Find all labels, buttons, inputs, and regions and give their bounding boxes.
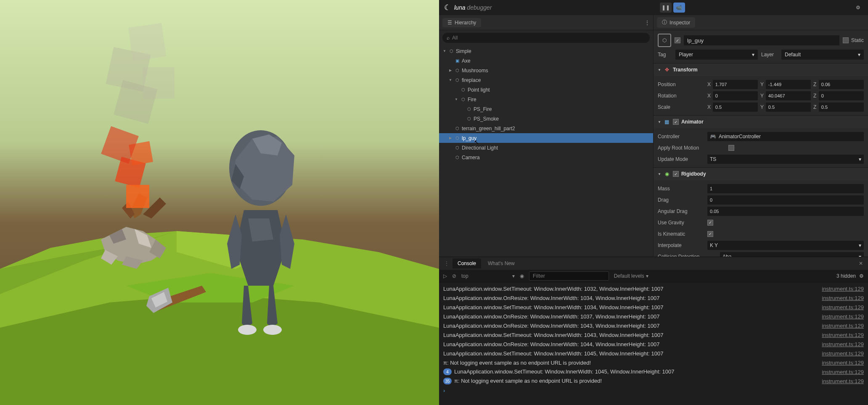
tab-console[interactable]: Console [453,258,481,268]
position-z-input[interactable] [819,80,864,89]
log-source-link[interactable]: instrument.ts:129 [822,295,864,301]
log-line: LunaApplication.window.OnResize: Window.… [443,293,864,302]
drag-input[interactable] [707,195,864,205]
position-x-input[interactable] [713,80,758,89]
layer-dropdown[interactable]: Default▾ [781,50,864,60]
search-input[interactable] [452,35,646,41]
mass-input[interactable] [707,184,864,193]
tree-item-camera[interactable]: ⬡Camera [439,153,653,162]
position-label: Position [658,82,704,87]
levels-dropdown[interactable]: Default levels ▾ [614,273,648,279]
hierarchy-title: Hierarchy [455,20,476,26]
app-name: luna [454,4,465,11]
console-gear-icon[interactable]: ⚙ [859,273,864,279]
tag-dropdown[interactable]: Player▾ [675,50,758,60]
log-source-link[interactable]: instrument.ts:129 [822,360,864,366]
camera-button[interactable]: 📹 [673,3,685,13]
eye-icon[interactable]: ◉ [520,273,524,279]
log-source-link[interactable]: instrument.ts:129 [822,304,864,310]
inspector-panel: ⓘ Inspector ⬡ ✓ Static Tag Player▾ [654,15,868,257]
angular-drag-input[interactable] [707,207,864,216]
log-source-link[interactable]: instrument.ts:129 [822,350,864,357]
hex-icon: ⬡ [466,106,472,112]
scale-x-input[interactable] [713,103,758,112]
apply-root-checkbox[interactable] [728,145,734,151]
inspector-tab[interactable]: ⓘ Inspector [657,17,695,28]
filter-input[interactable] [529,271,609,281]
context-dropdown[interactable]: top ▾ [461,273,515,279]
hierarchy-tab[interactable]: ☰ Hierarchy [442,18,481,27]
static-label: Static [851,37,864,43]
controller-field[interactable]: 🎮AnimatorController [707,132,864,141]
info-icon: ⓘ [662,19,667,26]
controller-icon: 🎮 [710,134,716,139]
rotation-z-input[interactable] [819,91,864,100]
controller-label: Controller [658,134,704,139]
scale-z-input[interactable] [819,103,864,112]
hidden-count: 3 hidden [836,273,856,279]
hierarchy-search[interactable]: ⌕ [442,33,650,43]
rotation-x-input[interactable] [713,91,758,100]
tree-item-dirlight[interactable]: ⬡Directional Light [439,143,653,153]
hex-icon: ⬡ [454,68,460,74]
log-source-link[interactable]: instrument.ts:129 [822,378,864,384]
log-source-link[interactable]: instrument.ts:129 [822,286,864,292]
drag-handle-icon[interactable]: ⋮ [442,259,451,268]
tree-item-axe[interactable]: ▣Axe [439,56,653,66]
count-badge: 35 [443,378,452,384]
tree-item-psfire[interactable]: ⬡PS_Fire [439,104,653,114]
tree-root[interactable]: ▼⬡Simple [439,46,653,56]
active-checkbox[interactable]: ✓ [675,37,680,43]
scale-y-input[interactable] [766,103,811,112]
tree-item-fire[interactable]: ▼⬡Fire [439,95,653,104]
game-viewport[interactable] [0,0,439,405]
tree-item-terrain[interactable]: ⬡terrain_green_hill_part2 [439,124,653,133]
kinematic-checkbox[interactable]: ✓ [707,231,713,237]
fold-icon: ▼ [658,120,661,124]
hex-icon: ⬡ [454,155,460,160]
tree-item-lpguy[interactable]: ▶⬡lp_guy [439,133,653,143]
animator-icon: ▦ [664,118,670,125]
tree-item-fireplace[interactable]: ▼⬡fireplace [439,75,653,85]
animator-header[interactable]: ▼ ▦ ✓ Animator [654,116,868,128]
scale-label: Scale [658,104,704,110]
static-checkbox[interactable] [843,37,849,43]
play-icon[interactable]: ▷ [443,273,447,279]
hierarchy-tree: ▼⬡Simple ▣Axe ▶⬡Mushrooms ▼⬡fireplace ⬡P… [439,45,653,163]
inspector-title: Inspector [670,20,690,26]
pause-button[interactable]: ❚❚ [660,3,672,13]
settings-button[interactable]: ⚙ [853,3,863,13]
hex-icon: ⬡ [454,77,460,83]
tree-item-mushrooms[interactable]: ▶⬡Mushrooms [439,66,653,75]
console-close-button[interactable]: ✕ [857,259,865,268]
log-line: LunaApplication.window.OnResize: Window.… [443,339,864,349]
interpolate-dropdown[interactable]: K Y▾ [707,241,864,250]
log-source-link[interactable]: instrument.ts:129 [822,369,864,375]
console-prompt[interactable]: › [443,386,864,395]
rigidbody-enabled-checkbox[interactable]: ✓ [673,171,679,177]
console-log[interactable]: LunaApplication.window.SetTimeout: Windo… [439,282,868,405]
tree-item-pointlight[interactable]: ⬡Point light [439,85,653,95]
log-line: LunaApplication.window.SetTimeout: Windo… [443,349,864,358]
app-logo: ☾ luna debugger [444,3,492,12]
object-name-input[interactable] [684,35,839,45]
tab-whatsnew[interactable]: What's New [483,258,520,268]
tree-item-pssmoke[interactable]: ⬡PS_Smoke [439,114,653,124]
svg-point-33 [238,325,257,335]
log-line: LunaApplication.window.OnResize: Window.… [443,312,864,321]
hierarchy-menu-button[interactable]: ⋮ [645,20,650,26]
clear-button[interactable]: ⊘ [452,273,456,279]
log-source-link[interactable]: instrument.ts:129 [822,332,864,338]
update-mode-dropdown[interactable]: TS▾ [707,155,864,164]
transform-header[interactable]: ▼ ✥ Transform [654,63,868,76]
rigidbody-header[interactable]: ▼ ◉ ✓ Rigidbody [654,168,868,180]
rotation-y-input[interactable] [766,91,811,100]
animator-enabled-checkbox[interactable]: ✓ [673,119,679,125]
log-source-link[interactable]: instrument.ts:129 [822,323,864,329]
search-icon: ⌕ [447,35,450,41]
log-source-link[interactable]: instrument.ts:129 [822,341,864,347]
titlebar: ☾ luna debugger ❚❚ 📹 ⚙ [439,0,868,15]
position-y-input[interactable] [766,80,811,89]
log-source-link[interactable]: instrument.ts:129 [822,313,864,320]
gravity-checkbox[interactable]: ✓ [707,220,713,226]
